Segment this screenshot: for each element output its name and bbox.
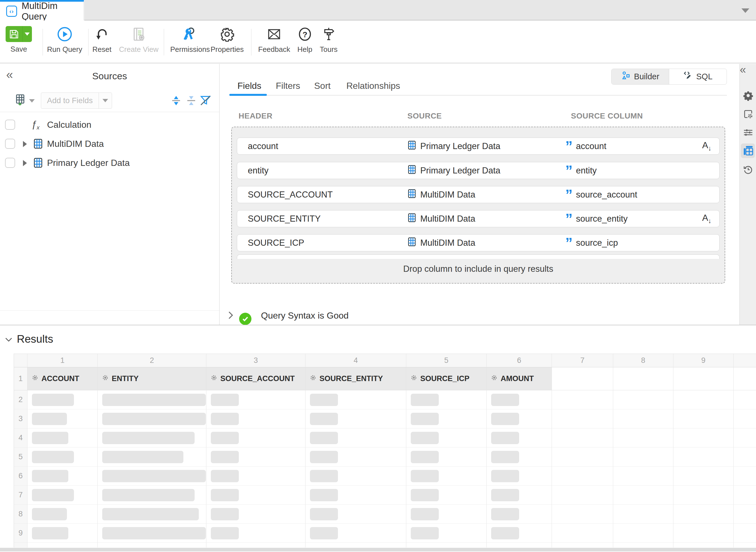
column-gear-icon[interactable] bbox=[31, 374, 39, 383]
checkbox[interactable] bbox=[5, 158, 15, 168]
tree-item-primary-ledger-data[interactable]: Primary Ledger Data bbox=[0, 154, 219, 171]
grid-cell[interactable] bbox=[487, 466, 552, 486]
grid-cell[interactable] bbox=[552, 428, 613, 447]
grid-cell[interactable] bbox=[487, 524, 552, 543]
page-settings-icon[interactable] bbox=[743, 109, 753, 119]
grid-cell[interactable] bbox=[98, 486, 206, 505]
column-gear-icon[interactable] bbox=[210, 374, 218, 383]
tours-button[interactable]: Tours bbox=[320, 26, 338, 54]
properties-button[interactable]: Properties bbox=[211, 26, 244, 54]
grid-cell[interactable] bbox=[27, 409, 98, 428]
grid-cell[interactable] bbox=[734, 486, 756, 505]
feedback-button[interactable]: Feedback bbox=[258, 26, 290, 54]
grid-header-cell[interactable]: SOURCE_ACCOUNT bbox=[206, 367, 306, 390]
field-card[interactable]: SOURCE_ACCOUNTMultiDIM Data”source_accou… bbox=[237, 186, 720, 203]
tab-sort[interactable]: Sort bbox=[314, 81, 331, 91]
permissions-button[interactable]: Permissions bbox=[170, 26, 210, 54]
grid-cell[interactable] bbox=[552, 524, 613, 543]
history-icon[interactable] bbox=[743, 164, 753, 175]
grid-cell[interactable] bbox=[674, 543, 734, 548]
grid-row-number[interactable]: 4 bbox=[14, 428, 27, 447]
grid-cell[interactable] bbox=[406, 390, 487, 409]
grid-header-cell[interactable]: SOURCE_ICP bbox=[406, 367, 487, 390]
grid-cell[interactable] bbox=[306, 447, 406, 466]
save-dropdown-icon[interactable] bbox=[22, 26, 32, 42]
grid-cell[interactable] bbox=[487, 486, 552, 505]
grid-cell[interactable] bbox=[674, 390, 734, 409]
add-table-dropdown-icon[interactable] bbox=[29, 99, 35, 103]
reset-button[interactable]: Reset bbox=[92, 26, 112, 54]
grid-cell[interactable] bbox=[306, 390, 406, 409]
sliders-icon[interactable] bbox=[743, 127, 753, 138]
add-table-icon[interactable] bbox=[15, 94, 26, 107]
grid-cell[interactable] bbox=[487, 447, 552, 466]
grid-cell[interactable] bbox=[613, 447, 674, 466]
status-expand-chevron-icon[interactable] bbox=[227, 310, 233, 321]
grid-column-number[interactable]: 2 bbox=[98, 354, 206, 367]
grid-header-cell[interactable]: ACCOUNT bbox=[27, 367, 98, 390]
grid-cell[interactable] bbox=[734, 428, 756, 447]
checkbox[interactable] bbox=[5, 139, 15, 149]
grid-cell[interactable] bbox=[674, 367, 734, 390]
grid-cell[interactable] bbox=[613, 409, 674, 428]
grid-cell[interactable] bbox=[613, 390, 674, 409]
grid-cell[interactable] bbox=[206, 466, 306, 486]
grid-cell[interactable] bbox=[306, 486, 406, 505]
tab-filters[interactable]: Filters bbox=[276, 81, 300, 91]
grid-cell[interactable] bbox=[487, 390, 552, 409]
tree-item-calculation[interactable]: ƒx Calculation bbox=[0, 116, 219, 133]
document-tab[interactable]: ‹› MultiDim Query bbox=[0, 0, 84, 20]
results-collapse-chevron-icon[interactable] bbox=[4, 337, 13, 343]
grid-cell[interactable] bbox=[674, 409, 734, 428]
grid-cell[interactable] bbox=[552, 505, 613, 524]
grid-cell[interactable] bbox=[613, 486, 674, 505]
tree-item-multidim-data[interactable]: MultiDIM Data bbox=[0, 135, 219, 152]
grid-row-number[interactable]: 9 bbox=[14, 524, 27, 543]
grid-row-number[interactable]: 1 bbox=[14, 367, 27, 390]
grid-cell[interactable] bbox=[206, 524, 306, 543]
create-view-button[interactable]: Create View bbox=[119, 26, 159, 54]
grid-cell[interactable] bbox=[98, 409, 206, 428]
grid-column-number[interactable]: 8 bbox=[613, 354, 674, 367]
tab-fields[interactable]: Fields bbox=[237, 81, 261, 91]
grid-cell[interactable] bbox=[734, 505, 756, 524]
grid-header-cell[interactable]: ENTITY bbox=[98, 367, 206, 390]
grid-cell[interactable] bbox=[552, 409, 613, 428]
grid-cell[interactable] bbox=[98, 390, 206, 409]
grid-corner-cell[interactable] bbox=[14, 354, 27, 367]
grid-cell[interactable] bbox=[306, 409, 406, 428]
grid-cell[interactable] bbox=[206, 486, 306, 505]
grid-cell[interactable] bbox=[27, 486, 98, 505]
expand-caret-icon[interactable] bbox=[23, 160, 27, 166]
grid-header-cell[interactable]: AMOUNT bbox=[487, 367, 552, 390]
grid-cell[interactable] bbox=[734, 409, 756, 428]
grid-cell[interactable] bbox=[552, 390, 613, 409]
grid-cell[interactable] bbox=[406, 447, 487, 466]
grid-cell[interactable] bbox=[734, 543, 756, 548]
grid-cell[interactable] bbox=[406, 428, 487, 447]
grid-cell[interactable] bbox=[406, 409, 487, 428]
help-button[interactable]: ? Help bbox=[298, 26, 312, 54]
grid-column-number[interactable] bbox=[734, 354, 756, 367]
grid-cell[interactable] bbox=[674, 524, 734, 543]
grid-column-number[interactable]: 4 bbox=[306, 354, 406, 367]
grid-cell[interactable] bbox=[27, 505, 98, 524]
column-gear-icon[interactable] bbox=[102, 374, 109, 383]
grid-cell[interactable] bbox=[406, 486, 487, 505]
grid-cell[interactable] bbox=[98, 524, 206, 543]
grid-cell[interactable] bbox=[613, 543, 674, 548]
grid-cell[interactable] bbox=[306, 543, 406, 548]
run-query-button[interactable]: Run Query bbox=[47, 26, 82, 54]
builder-toggle-button[interactable]: Builder bbox=[611, 69, 669, 84]
grid-cell[interactable] bbox=[674, 505, 734, 524]
grid-cell[interactable] bbox=[487, 505, 552, 524]
grid-cell[interactable] bbox=[206, 505, 306, 524]
grid-cell[interactable] bbox=[27, 390, 98, 409]
grid-column-number[interactable]: 9 bbox=[674, 354, 734, 367]
grid-cell[interactable] bbox=[98, 447, 206, 466]
grid-column-number[interactable]: 5 bbox=[406, 354, 487, 367]
grid-column-number[interactable]: 7 bbox=[552, 354, 613, 367]
grid-cell[interactable] bbox=[734, 466, 756, 486]
grid-cell[interactable] bbox=[406, 543, 487, 548]
grid-cell[interactable] bbox=[552, 367, 613, 390]
